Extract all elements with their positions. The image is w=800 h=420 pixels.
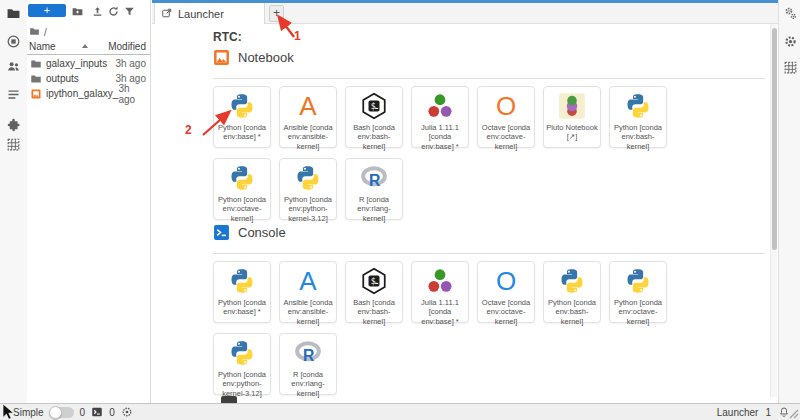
launcher-card[interactable]: Python [conda env:python-kernel-3.12] — [213, 333, 271, 395]
filter-icon — [123, 5, 137, 18]
breadcrumb-root: / — [44, 27, 47, 38]
letter-A-icon: A — [294, 92, 322, 120]
bash-cube-icon: $ — [360, 267, 388, 295]
file-list: galaxy_inputs3h agooutputs3h agoipython_… — [27, 56, 150, 101]
python-logo-icon — [558, 267, 586, 295]
grid-icon — [6, 137, 21, 152]
filter-button[interactable] — [123, 4, 137, 18]
grid-panel-tab-right[interactable] — [783, 60, 798, 75]
upload-button[interactable] — [91, 4, 105, 18]
add-tab-button[interactable]: + — [269, 5, 284, 22]
launcher-card-label: Bash [conda env:bash-kernel] — [348, 123, 400, 151]
kernel-circle-icon[interactable] — [121, 406, 133, 418]
status-bar-right: Launcher 1 — [717, 406, 800, 418]
launcher-card[interactable]: AAnsible [conda env:ansible-kernel] — [279, 261, 337, 323]
new-folder-icon — [71, 5, 85, 18]
launcher-card[interactable]: Python [conda env:bash-kernel] — [543, 261, 601, 323]
notebook-file-icon — [30, 88, 42, 100]
collaborators-tab[interactable] — [6, 59, 21, 74]
launcher-card[interactable]: RR [conda env:rlang-kernel] — [279, 333, 337, 395]
resize-grip-icon[interactable] — [789, 409, 799, 419]
terminals-count: 0 — [80, 407, 86, 418]
card-grid: Python [conda env:base] *AAnsible [conda… — [213, 261, 675, 395]
console-icon — [213, 224, 230, 241]
active-widget-label: Launcher — [717, 407, 759, 418]
python-logo-icon — [228, 92, 256, 120]
launcher-card[interactable]: Python [conda env:python-kernel-3.12] — [279, 158, 337, 220]
julia-dots-icon — [426, 92, 454, 120]
folder-icon — [6, 6, 21, 21]
status-bar: Simple 0 0 Launcher 1 — [0, 403, 800, 420]
file-modified: 3h ago — [115, 58, 146, 69]
puzzle-icon — [6, 118, 21, 133]
launcher-card[interactable]: OOctave [conda env:octave-kernel] — [477, 86, 535, 148]
refresh-icon — [107, 5, 121, 18]
launcher-card-label: Octave [conda env:octave-kernel] — [480, 298, 532, 326]
launcher-card[interactable]: Pluto Notebook [↗] — [543, 86, 601, 148]
annotation-label: 1 — [294, 29, 301, 43]
svg-text:R: R — [303, 347, 315, 364]
letter-O-icon: O — [492, 92, 520, 120]
launcher-card-label: Ansible [conda env:ansible-kernel] — [282, 298, 334, 326]
launcher-card-label: Ansible [conda env:ansible-kernel] — [282, 123, 334, 151]
grid-panel-tab[interactable] — [6, 137, 21, 152]
section-header: Console — [213, 232, 765, 254]
new-launcher-button[interactable]: + — [28, 4, 66, 17]
tab-launcher[interactable]: Launcher — [154, 3, 265, 24]
launcher-card-label: Python [conda env:python-kernel-3.12] — [216, 370, 268, 398]
running-sessions-tab[interactable] — [6, 34, 21, 49]
launcher-card[interactable]: $Bash [conda env:bash-kernel] — [345, 86, 403, 148]
launcher-card[interactable]: Python [conda env:base] * — [213, 261, 271, 323]
launcher-sections: NotebookPython [conda env:base] *AAnsibl… — [213, 57, 765, 395]
python-logo-icon — [294, 164, 322, 192]
right-sidebar — [778, 0, 800, 403]
column-modified[interactable]: Modified — [108, 41, 146, 52]
header-divider — [27, 54, 150, 55]
extensions-tab[interactable] — [6, 118, 21, 133]
file-browser-tab[interactable] — [6, 6, 21, 21]
scrollbar-thumb[interactable] — [772, 28, 777, 250]
settings-tab[interactable] — [783, 34, 798, 49]
launcher-card[interactable]: Python [conda env:bash-kernel] — [609, 86, 667, 148]
double-gear-icon — [783, 6, 798, 21]
table-of-contents-tab[interactable] — [6, 87, 21, 102]
file-browser-panel: + / Name Modified galaxy_inputs3h agoout… — [27, 0, 151, 403]
new-folder-button[interactable] — [71, 4, 85, 18]
list-icon — [6, 87, 21, 102]
section-title: Notebook — [238, 50, 294, 65]
launcher-card[interactable]: Python [conda env:base] * — [213, 86, 271, 148]
python-logo-icon — [228, 164, 256, 192]
breadcrumb[interactable]: / — [29, 26, 47, 38]
gear-icon — [783, 34, 798, 49]
launcher-icon — [161, 7, 173, 21]
launcher-card-label: Julia 1.11.1 [conda env:base] * — [414, 123, 466, 151]
launcher-card-label: Bash [conda env:bash-kernel] — [348, 298, 400, 326]
launcher-card-label: Python [conda env:base] * — [216, 123, 268, 142]
launcher-card-label: Python [conda env:octave-kernel] — [612, 298, 664, 326]
python-logo-icon — [228, 339, 256, 367]
refresh-button[interactable] — [107, 4, 121, 18]
launcher-card-label: R [conda env:rlang-kernel] — [282, 370, 334, 398]
simple-mode-toggle[interactable] — [50, 407, 74, 418]
svg-text:$: $ — [371, 101, 376, 111]
launcher-card[interactable]: RR [conda env:rlang-kernel] — [345, 158, 403, 220]
column-name[interactable]: Name — [29, 41, 56, 52]
section-title: Console — [238, 225, 286, 240]
file-row[interactable]: galaxy_inputs3h ago — [27, 56, 150, 71]
property-inspector-tab[interactable] — [783, 6, 798, 21]
python-logo-icon — [624, 92, 652, 120]
simple-mode-label: Simple — [13, 407, 44, 418]
launcher-card[interactable]: Julia 1.11.1 [conda env:base] * — [411, 261, 469, 323]
main-scrollbar[interactable] — [770, 24, 777, 397]
partial-section-icon — [221, 396, 237, 403]
launcher-card[interactable]: $Bash [conda env:bash-kernel] — [345, 261, 403, 323]
launcher-card[interactable]: Python [conda env:octave-kernel] — [213, 158, 271, 220]
terminal-icon[interactable] — [91, 406, 103, 418]
file-row[interactable]: ipython_galaxy_...3h ago — [27, 86, 150, 101]
grid-icon — [783, 60, 798, 75]
launcher-card[interactable]: Python [conda env:octave-kernel] — [609, 261, 667, 323]
launcher-card[interactable]: AAnsible [conda env:ansible-kernel] — [279, 86, 337, 148]
launcher-card[interactable]: OOctave [conda env:octave-kernel] — [477, 261, 535, 323]
folder-icon — [29, 26, 40, 39]
launcher-card[interactable]: Julia 1.11.1 [conda env:base] * — [411, 86, 469, 148]
